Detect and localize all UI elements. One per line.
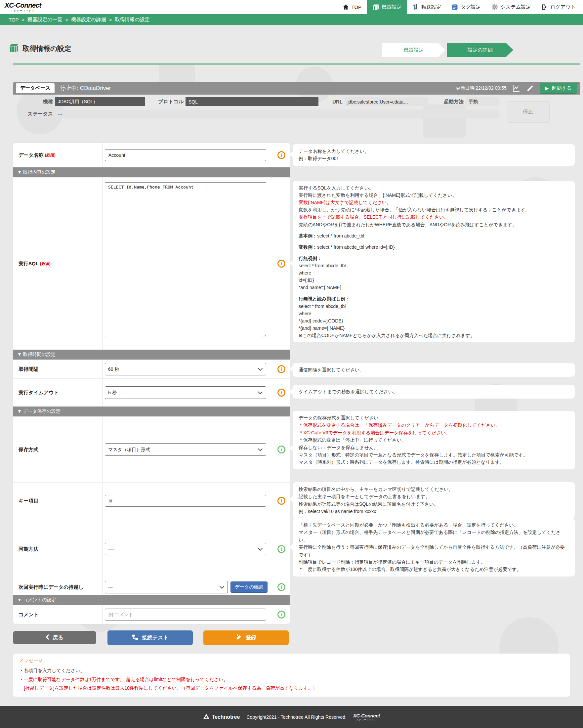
message-title: メッセージ bbox=[19, 657, 564, 664]
help-line bbox=[299, 251, 569, 255]
help-line bbox=[299, 228, 569, 232]
row-carry-over: 次回実行時にデータの持越し --- データの確認 i bbox=[13, 579, 290, 595]
info-icon[interactable]: i bbox=[277, 260, 285, 267]
breadcrumb-item-device-list[interactable]: 機器設定の一覧 bbox=[27, 17, 62, 23]
data-name-label: データ名称 (必須) bbox=[13, 143, 103, 167]
menu-item-tag-settings[interactable]: タグ設定 bbox=[446, 0, 486, 14]
breadcrumb-item-top[interactable]: TOP bbox=[8, 17, 19, 23]
interval-select[interactable]: 60 秒 bbox=[105, 363, 266, 375]
help-line: 検索結果の項目名の中から、主キーをカンマ区切りで記載してください。 bbox=[299, 486, 569, 493]
carry-over-select-wrap: --- bbox=[105, 581, 228, 593]
help-line: データ名称を入力してください。 bbox=[299, 148, 569, 155]
stop-button[interactable]: 停止 bbox=[507, 101, 550, 123]
sql-control: SELECT Id,Name,Phone FROM Account bbox=[103, 178, 290, 337]
info-icon[interactable]: i bbox=[277, 583, 285, 591]
help-line: ※この場合CODEかNAMEどちらかが入力されるか両方入った場合に実行されます。 bbox=[299, 332, 569, 339]
help-bubble-sql: 実行するSQLを入力してください。実行時に渡された変数を利用する場合、{:NAM… bbox=[293, 181, 575, 342]
help-bubble-data-name: データ名称を入力してください。例：取得データ001 bbox=[293, 144, 575, 166]
data-name-input[interactable] bbox=[105, 149, 266, 161]
field-label: 取得間隔 bbox=[19, 366, 38, 372]
info-icon[interactable]: i bbox=[277, 497, 285, 505]
sync-method-select-wrap: ---- bbox=[105, 543, 266, 555]
step-device-settings[interactable]: 機器設定 bbox=[382, 43, 445, 57]
row-sql: 実行SQL (必須) SELECT Id,Name,Phone FROM Acc… bbox=[13, 177, 290, 349]
help-line: 「相手先データベースと同期が必要」かつ「削除も検出する必要がある」場合、設定を行… bbox=[299, 521, 569, 528]
help-line: 実行時に全削除を行う：毎回実行時に保存済みのデータを全削除してから再度全件を取得… bbox=[299, 543, 569, 558]
comment-input[interactable] bbox=[105, 608, 266, 621]
help-line: データの保存形式を選択してください。 bbox=[299, 414, 569, 421]
sql-textarea[interactable]: SELECT Id,Name,Phone FROM Account bbox=[105, 182, 266, 337]
help-line: マスター（項目）形式の場合、相手先データベースと同期が必要である際に「レコードの… bbox=[299, 528, 569, 543]
menu-item-transfer-settings[interactable]: 転送設定 bbox=[407, 0, 446, 14]
info-icon[interactable]: i bbox=[277, 151, 285, 159]
logout-icon bbox=[541, 4, 548, 10]
row-comment: コメント i bbox=[13, 605, 290, 624]
menu-item-label: 転送設定 bbox=[421, 4, 441, 10]
tag-icon bbox=[452, 4, 458, 10]
register-button[interactable]: 登録 bbox=[203, 630, 289, 645]
carry-over-select[interactable]: --- bbox=[105, 581, 228, 593]
help-line: 先頭のANDやORを{}で囲まれた行がWHERE直後である場合、ANDやORを読… bbox=[299, 221, 569, 228]
menu-item-label: 機器設定 bbox=[381, 4, 401, 10]
help-line: select * from abcde_tbl bbox=[299, 262, 569, 269]
help-line: 変数{:NAME}は大文字で記載してください。 bbox=[299, 199, 569, 206]
start-button-label: 起動する bbox=[552, 85, 572, 91]
help-line: 例：select val/10 as name from xxxxx bbox=[299, 508, 569, 515]
help-line: ＊保存形式の変更は「停止中」に行ってください。 bbox=[299, 436, 569, 444]
menu-item-device-settings[interactable]: 機器設定 bbox=[367, 0, 407, 14]
save-format-control: マスタ（項目）形式 bbox=[103, 443, 290, 456]
chart-icon[interactable] bbox=[512, 84, 521, 93]
footer-xc-logo: XC-Connect エクシーコネクト bbox=[353, 713, 380, 721]
help-line: *{and} name={:NAME} bbox=[299, 324, 569, 332]
help-line: 検索結果が計算式等の場合はSQLの結果に項目名を付けて下さい。 bbox=[299, 500, 569, 508]
timeout-select[interactable]: 5 秒 bbox=[105, 386, 266, 399]
data-check-button[interactable]: データの確認 bbox=[231, 581, 267, 593]
help-line: 実行するSQLを入力してください。 bbox=[299, 184, 569, 191]
info-icon[interactable]: i bbox=[277, 445, 285, 453]
help-line: *{and} code={:CODE} bbox=[299, 317, 569, 324]
pencil-icon[interactable] bbox=[526, 84, 534, 93]
help-line: ＊XC-Gate.V3でデータを利用する場合はデータ保存を行ってください。 bbox=[299, 429, 569, 436]
sync-method-select[interactable]: ---- bbox=[105, 543, 266, 555]
section-header-time: ▼ 取得時間の設定 bbox=[13, 349, 290, 360]
breadcrumb-item-device-detail[interactable]: 機器設定の詳細 bbox=[71, 17, 106, 23]
connection-test-button[interactable]: 接続テスト bbox=[107, 630, 193, 645]
menu-item-label: TOP bbox=[351, 4, 362, 10]
app-logo[interactable]: XC-Connect エクシーコネクト bbox=[5, 0, 41, 14]
info-icon[interactable]: i bbox=[277, 365, 285, 373]
home-icon bbox=[343, 4, 349, 10]
help-line: 記載した主キー項目をキーとしてデータの上書きを行います。 bbox=[299, 493, 569, 500]
help-line: ・一度に取得可能なデータ件数は1万件までです。 超える場合はlimitなどで制限… bbox=[19, 675, 564, 684]
message-list: ・各項目を入力してください。・一度に取得可能なデータ件数は1万件までです。 超え… bbox=[19, 666, 564, 693]
help-line: タイムアウトまでの秒数を選択してください。 bbox=[299, 388, 569, 395]
page-title: 取得情報の設定 bbox=[23, 44, 72, 53]
help-line: where bbox=[299, 269, 569, 277]
gear-icon bbox=[492, 4, 498, 10]
menu-item-logout[interactable]: ログアウト bbox=[536, 0, 581, 14]
comment-label: コメント bbox=[13, 605, 103, 624]
info-icon[interactable]: i bbox=[277, 545, 285, 553]
info-icon[interactable]: i bbox=[277, 389, 285, 396]
help-line: 実行時に渡された変数を利用する場合、{:NAME}形式で記載してください。 bbox=[299, 191, 569, 199]
help-line: *and name={:NAME} bbox=[299, 284, 569, 291]
start-button[interactable]: ▶ 起動する bbox=[540, 83, 577, 94]
menu-item-system-settings[interactable]: システム設定 bbox=[486, 0, 536, 14]
menu-item-top[interactable]: TOP bbox=[337, 0, 367, 14]
help-line: select * from abcde_tbl bbox=[299, 303, 569, 310]
save-format-select[interactable]: マスタ（項目）形式 bbox=[105, 443, 266, 456]
info-icon[interactable]: i bbox=[277, 610, 285, 619]
help-bubble-save-format: データの保存形式を選択してください。＊保存形式を変更する場合は、「保存済みデータ… bbox=[293, 411, 575, 469]
help-line: id={:ID} bbox=[299, 277, 569, 284]
chevron-left-icon bbox=[46, 634, 49, 641]
register-pen-icon bbox=[236, 634, 242, 642]
protocol-label: プロトコル bbox=[151, 97, 184, 106]
data-name-control bbox=[103, 149, 290, 161]
back-button[interactable]: 戻る bbox=[13, 631, 96, 644]
timeout-select-wrap: 5 秒 bbox=[105, 386, 266, 399]
tab-database[interactable]: データベース bbox=[16, 83, 55, 93]
divider-line bbox=[13, 63, 580, 64]
page-title-block: 取得情報の設定 bbox=[8, 43, 72, 54]
key-item-input[interactable] bbox=[105, 495, 266, 507]
footer-brand-name: Technotree bbox=[212, 714, 240, 720]
row-sync-method: 同期方法 ---- i bbox=[13, 519, 290, 579]
